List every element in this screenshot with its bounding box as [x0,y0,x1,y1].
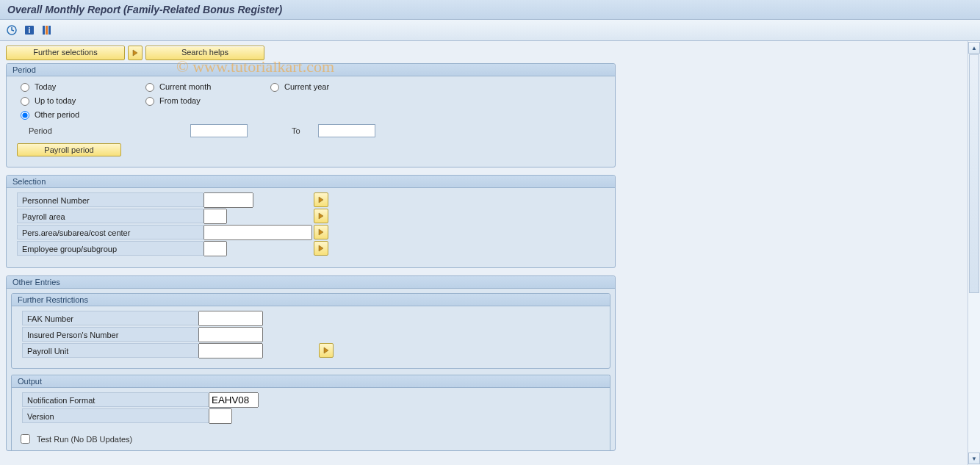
app-toolbar: i [0,20,980,41]
field-input[interactable] [198,311,263,326]
period-group: Period Today Current month Current year [6,63,616,167]
further-restrictions-group: Further Restrictions FAK NumberInsured P… [11,293,610,369]
field-input[interactable] [209,392,259,408]
field-label: Payroll Unit [22,343,198,358]
further-selections-button[interactable]: Further selections [6,46,125,60]
scroll-down-icon[interactable]: ▼ [968,453,980,464]
test-run-label: Test Run (No DB Updates) [37,435,132,444]
radio-current-year-label: Current year [284,82,329,91]
field-input[interactable] [203,192,253,208]
period-field-label: Period [17,126,190,135]
field-label: Payroll area [17,209,203,223]
field-input[interactable] [203,209,227,224]
field-label: Employee group/subgroup [17,241,203,256]
radio-current-month[interactable]: Current month [142,81,267,92]
selection-buttons-row: Further selections Search helps [6,46,974,60]
search-helps-button[interactable]: Search helps [145,46,264,60]
field-input[interactable] [198,343,263,358]
svg-text:i: i [29,26,31,35]
period-legend: Period [7,64,615,76]
other-entries-group: Other Entries Further Restrictions FAK N… [6,275,616,451]
further-selections-expand-icon[interactable] [128,46,143,60]
field-input[interactable] [203,225,312,240]
scroll-up-icon[interactable]: ▲ [968,42,980,54]
radio-other-period[interactable]: Other period [17,109,142,120]
field-label: FAK Number [22,311,198,325]
further-restrictions-legend: Further Restrictions [12,294,610,306]
content-body: Further selections Search helps Period T… [0,41,980,465]
field-label: Insured Person's Number [22,327,198,342]
period-from-input[interactable] [190,124,248,137]
scrollbar-thumb[interactable] [969,54,979,293]
output-group: Output Notification FormatVersion Test R… [11,375,610,450]
field-label: Version [22,408,209,423]
radio-from-today-label: From today [159,96,201,105]
selection-group: Selection Personnel NumberPayroll areaPe… [6,175,616,268]
other-entries-legend: Other Entries [7,276,615,289]
radio-current-month-label: Current month [159,82,211,91]
payroll-period-button[interactable]: Payroll period [17,143,121,156]
field-input[interactable] [198,327,263,342]
vertical-scrollbar[interactable]: ▲ ▼ [968,41,980,465]
svg-rect-4 [46,26,48,35]
multiple-selection-icon[interactable] [314,225,328,239]
radio-current-month-input[interactable] [145,83,154,92]
radio-up-to-today[interactable]: Up to today [17,95,142,106]
radio-from-today[interactable]: From today [142,95,267,106]
field-label: Notification Format [22,392,209,407]
radio-current-year-input[interactable] [270,83,279,92]
radio-from-today-input[interactable] [145,97,154,106]
radio-today[interactable]: Today [17,81,142,92]
field-input[interactable] [209,408,232,424]
variant-icon[interactable] [41,24,53,36]
multiple-selection-icon[interactable] [314,209,328,223]
multiple-selection-icon[interactable] [314,241,328,256]
output-legend: Output [12,375,610,388]
radio-other-period-label: Other period [35,110,79,119]
svg-rect-5 [48,26,51,35]
period-to-label: To [292,126,318,135]
test-run-checkbox[interactable] [21,434,30,444]
multiple-selection-icon[interactable] [319,343,334,358]
multiple-selection-icon[interactable] [314,192,328,207]
field-label: Pers.area/subarea/cost center [17,225,203,239]
field-input[interactable] [203,241,227,256]
radio-up-to-today-input[interactable] [21,97,29,106]
page-title: Overall Monthly Report (Family-Related B… [0,0,980,20]
radio-today-label: Today [35,82,56,91]
radio-current-year[interactable]: Current year [267,81,392,92]
info-icon[interactable]: i [24,24,35,36]
execute-icon[interactable] [6,24,18,36]
radio-up-to-today-label: Up to today [35,96,76,105]
svg-rect-3 [43,26,45,35]
field-label: Personnel Number [17,192,203,207]
radio-today-input[interactable] [21,83,29,92]
selection-legend: Selection [7,176,615,188]
radio-other-period-input[interactable] [21,111,29,120]
period-to-input[interactable] [318,124,375,137]
